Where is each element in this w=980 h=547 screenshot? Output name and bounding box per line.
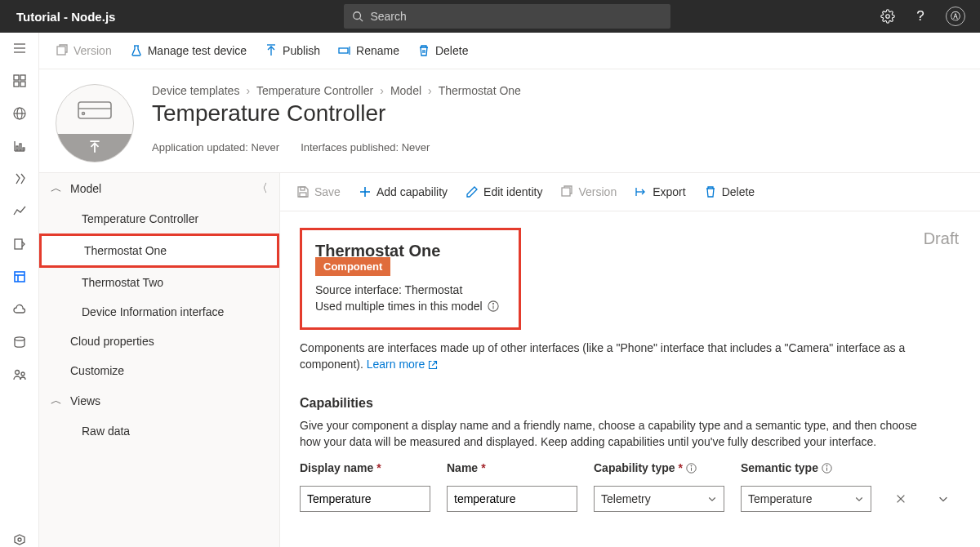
model-section[interactable]: ︿ Model 〈 bbox=[39, 173, 279, 204]
templates-icon[interactable] bbox=[12, 269, 27, 284]
svg-rect-26 bbox=[57, 47, 65, 55]
capabilities-description: Give your component a display name and a… bbox=[300, 417, 937, 451]
avatar[interactable]: Ⓐ bbox=[946, 7, 965, 26]
svg-rect-18 bbox=[15, 239, 22, 249]
svg-rect-9 bbox=[20, 82, 25, 87]
breadcrumb-item[interactable]: Device templates bbox=[152, 84, 239, 97]
svg-point-24 bbox=[21, 372, 24, 376]
svg-line-49 bbox=[432, 362, 436, 366]
save-icon bbox=[296, 185, 310, 198]
plus-icon bbox=[359, 185, 372, 198]
tree-item[interactable]: Raw data bbox=[39, 416, 279, 446]
search-box[interactable]: Search bbox=[344, 4, 670, 29]
status-badge: Draft bbox=[924, 229, 959, 248]
dashboard-icon[interactable] bbox=[12, 73, 27, 88]
command-bar: Version Manage test device Publish Renam… bbox=[39, 33, 980, 69]
tree-item[interactable]: Device Information interface bbox=[39, 297, 279, 327]
svg-line-1 bbox=[360, 19, 363, 22]
rename-button[interactable]: Rename bbox=[338, 44, 399, 57]
tree-item[interactable]: Cloud properties bbox=[39, 327, 279, 356]
display-name-input[interactable] bbox=[300, 486, 430, 512]
svg-point-36 bbox=[82, 113, 85, 115]
trash-icon bbox=[417, 44, 430, 57]
breadcrumb-item[interactable]: Model bbox=[390, 84, 421, 97]
tree-item[interactable]: Customize bbox=[39, 356, 279, 385]
tree-item[interactable]: Thermostat Two bbox=[39, 268, 279, 297]
svg-point-22 bbox=[15, 337, 24, 340]
version-icon bbox=[560, 185, 573, 198]
capability-type-select[interactable]: Telemetry bbox=[594, 486, 724, 512]
save-button[interactable]: Save bbox=[296, 185, 341, 198]
device-template-icon bbox=[56, 84, 134, 162]
gear-icon[interactable] bbox=[880, 9, 895, 24]
chevron-down-icon bbox=[938, 493, 949, 505]
sub-command-bar: Save Add capability Edit identity Versio… bbox=[280, 172, 980, 211]
semantic-type-select[interactable]: Temperature bbox=[741, 486, 871, 512]
chart-icon[interactable] bbox=[12, 139, 27, 153]
breadcrumb-item[interactable]: Temperature Controller bbox=[256, 84, 373, 97]
breadcrumb: Device templates› Temperature Controller… bbox=[152, 84, 521, 97]
help-icon[interactable]: ? bbox=[913, 9, 928, 24]
svg-rect-7 bbox=[20, 75, 25, 80]
chevron-down-icon bbox=[854, 494, 864, 504]
chevron-down-icon bbox=[707, 494, 717, 504]
version-button[interactable]: Version bbox=[56, 44, 112, 57]
manage-test-device-button[interactable]: Manage test device bbox=[130, 44, 247, 57]
info-icon[interactable] bbox=[822, 463, 832, 474]
svg-rect-39 bbox=[301, 187, 305, 190]
collapse-icon[interactable]: 〈 bbox=[256, 181, 268, 196]
breadcrumb-item[interactable]: Thermostat One bbox=[439, 84, 521, 97]
version-button-sub[interactable]: Version bbox=[560, 185, 617, 198]
app-title: Tutorial - Node.js bbox=[0, 10, 131, 24]
publish-button[interactable]: Publish bbox=[265, 44, 320, 57]
tree-item-selected[interactable]: Thermostat One bbox=[39, 233, 279, 268]
tree-item[interactable]: Temperature Controller bbox=[39, 204, 279, 233]
add-capability-button[interactable]: Add capability bbox=[359, 185, 448, 198]
jobs-icon[interactable] bbox=[12, 237, 27, 251]
nav-rail bbox=[0, 33, 39, 547]
component-header-highlight: Thermostat One Component Source interfac… bbox=[300, 228, 521, 330]
cloud-icon[interactable] bbox=[12, 302, 27, 317]
svg-rect-6 bbox=[14, 75, 19, 80]
capability-row: Telemetry Temperature bbox=[300, 486, 960, 512]
flask-icon bbox=[130, 44, 143, 57]
page-title: Temperature Controller bbox=[152, 100, 521, 127]
export-button[interactable]: Export bbox=[635, 185, 685, 198]
svg-rect-8 bbox=[14, 82, 19, 87]
analytics-icon[interactable] bbox=[12, 204, 27, 219]
rename-icon bbox=[338, 44, 351, 57]
data-icon[interactable] bbox=[12, 335, 27, 349]
edit-identity-button[interactable]: Edit identity bbox=[466, 185, 542, 198]
delete-button[interactable]: Delete bbox=[417, 44, 468, 57]
search-icon bbox=[352, 11, 363, 22]
remove-capability-button[interactable] bbox=[888, 486, 914, 512]
trash-icon bbox=[704, 185, 717, 198]
svg-point-23 bbox=[15, 371, 19, 375]
chevron-up-icon: ︿ bbox=[51, 181, 62, 196]
svg-point-25 bbox=[18, 538, 21, 541]
svg-rect-43 bbox=[562, 188, 570, 196]
info-icon[interactable] bbox=[488, 300, 499, 312]
export-icon bbox=[635, 185, 648, 198]
info-icon[interactable] bbox=[686, 463, 697, 474]
pencil-icon bbox=[466, 185, 479, 198]
views-section[interactable]: ︿ Views bbox=[39, 385, 279, 416]
settings-icon[interactable] bbox=[12, 532, 27, 547]
globe-icon[interactable] bbox=[12, 106, 27, 121]
version-icon bbox=[56, 44, 69, 57]
hamburger-icon[interactable] bbox=[12, 41, 27, 56]
delete-button-sub[interactable]: Delete bbox=[704, 185, 755, 198]
top-bar: Tutorial - Node.js Search ? Ⓐ bbox=[0, 0, 980, 33]
svg-point-52 bbox=[691, 465, 692, 466]
admin-icon[interactable] bbox=[12, 367, 27, 382]
external-link-icon bbox=[428, 360, 438, 370]
learn-more-link[interactable]: Learn more bbox=[367, 358, 438, 371]
svg-rect-34 bbox=[78, 102, 111, 118]
expand-capability-button[interactable] bbox=[930, 486, 956, 512]
rules-icon[interactable] bbox=[12, 171, 27, 186]
component-badge: Component bbox=[315, 257, 390, 276]
name-input[interactable] bbox=[447, 486, 577, 512]
capabilities-heading: Capabilities bbox=[300, 396, 960, 411]
svg-point-55 bbox=[826, 465, 827, 466]
model-tree: ︿ Model 〈 Temperature Controller Thermos… bbox=[39, 172, 280, 547]
